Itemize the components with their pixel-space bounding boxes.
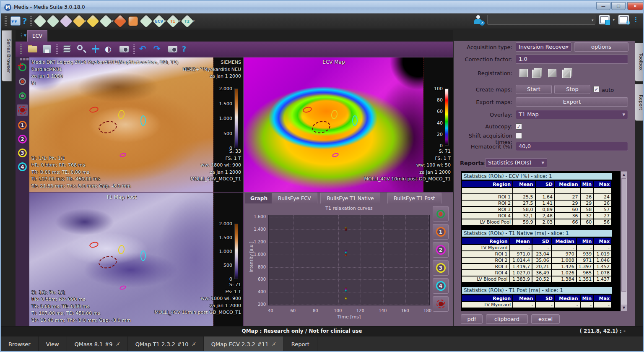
unpin-icon[interactable]: ✗	[191, 342, 196, 347]
graph-tab-bullseye-t1-native[interactable]: BullsEye T1 Native	[320, 193, 380, 203]
toolbox-tab[interactable]: Toolbox	[635, 43, 644, 81]
tab-row-handle-icon[interactable]: ⋮▾	[19, 32, 26, 38]
roi1-contour[interactable]	[302, 106, 313, 113]
roi1-contour[interactable]	[89, 106, 99, 113]
roi4-contour[interactable]	[140, 250, 146, 261]
qmass-green-icon[interactable]	[33, 14, 47, 28]
user-logout-icon[interactable]: ✕	[473, 15, 484, 25]
roi4-button[interactable]: 4	[433, 278, 449, 294]
blood-pool-contour[interactable]	[311, 120, 332, 135]
roi3-contour[interactable]	[117, 110, 125, 120]
roi3-contour[interactable]	[330, 110, 338, 120]
roi3-contour[interactable]	[117, 245, 125, 255]
open-study-icon[interactable]	[28, 44, 38, 54]
patient-review-icon[interactable]	[46, 14, 60, 28]
viewer-help-icon[interactable]: ?	[182, 44, 192, 54]
scrollbar-thumb[interactable]	[621, 178, 626, 292]
window-level-icon[interactable]: ◐	[105, 44, 115, 54]
help-icon[interactable]: ?	[22, 16, 27, 26]
pdf-button[interactable]: pdf	[461, 314, 483, 324]
view3d-icon[interactable]	[128, 16, 138, 26]
series-browser-tab[interactable]: Series Browser	[2, 30, 12, 81]
bottom-tab-browser[interactable]: Browser	[1, 336, 39, 352]
ecv-app-icon[interactable]: ECV	[152, 14, 166, 28]
shift-times-checkbox[interactable]	[516, 133, 522, 139]
qstrain-flame-icon[interactable]	[113, 14, 127, 28]
roi3-icon[interactable]: 3	[17, 147, 28, 159]
graph-tab-bullseye-ecv[interactable]: BullsEye ECV	[272, 193, 317, 203]
qangio-heart-icon[interactable]	[99, 14, 113, 28]
qmass-yellow-icon[interactable]	[86, 14, 100, 28]
undo-icon[interactable]: ↶	[139, 44, 149, 54]
layout-grid-icon[interactable]	[10, 16, 21, 26]
toolbar-overflow-icon[interactable]: ⋮	[633, 16, 639, 23]
correction-factor-input[interactable]: 1.0	[516, 55, 628, 64]
save-layout-icon[interactable]	[599, 15, 610, 25]
export-snapshot-icon[interactable]	[168, 44, 178, 54]
save-icon[interactable]	[42, 44, 52, 54]
excel-button[interactable]: excel	[531, 314, 560, 324]
roi1-icon[interactable]: 1	[17, 120, 28, 131]
session-combobox[interactable]: ▾	[487, 15, 595, 25]
title-bar[interactable]: M Medis - Medis Suite 3.0.18.0	[1, 1, 643, 13]
roi2-icon[interactable]: 2	[17, 133, 28, 145]
t1-app-icon[interactable]: T1	[166, 14, 180, 28]
stop-button[interactable]: Stop	[554, 85, 590, 94]
bottom-tab-view[interactable]: View	[39, 336, 67, 352]
minimize-button[interactable]: —	[596, 2, 610, 10]
roi4-contour[interactable]	[352, 115, 358, 126]
scroll-up-icon[interactable]: ▲	[621, 172, 627, 178]
hematocrit-input[interactable]: 40,0	[516, 142, 628, 151]
patient-silhouette-icon[interactable]	[139, 14, 153, 28]
registration-stack-icon[interactable]	[532, 68, 542, 78]
overlay-dropdown[interactable]: T1 Map	[516, 110, 628, 119]
chart-plot-area[interactable]	[268, 215, 430, 305]
viewport-t1-native[interactable]: Medis DKT Leipzig 2014 MyokarditiT1(Mapf…	[29, 57, 243, 192]
bottom-tab-qmap-t1-2-3-2-10[interactable]: QMap T1 2.3.2 #10✗	[128, 336, 204, 352]
toolbar-grip[interactable]	[5, 16, 7, 26]
roi2-button[interactable]: 2	[433, 242, 449, 258]
reset-layout-icon[interactable]: ↻	[618, 15, 629, 25]
unpin-icon[interactable]: ✗	[115, 342, 120, 347]
pan-icon[interactable]	[91, 44, 101, 54]
bottom-tab-qmap-ecv-2-3-2-11[interactable]: QMap ECV 2.3.2 #11✗	[204, 336, 284, 352]
report-side-tab[interactable]: Report	[635, 84, 644, 121]
save-layout-caret[interactable]: ▾	[613, 18, 615, 22]
bottom-tab-qmass-8-1-9[interactable]: QMass 8.1 #9✗	[67, 336, 128, 352]
registration-none-icon[interactable]	[519, 68, 529, 78]
roi3-button[interactable]: 3	[433, 260, 449, 276]
graph-tab-graph[interactable]: Graph	[244, 193, 274, 203]
redo-icon[interactable]: ↷	[153, 44, 164, 54]
medication-icon[interactable]	[72, 14, 86, 28]
blood-pool-contour[interactable]	[98, 255, 118, 270]
tables-scrollbar[interactable]: ▲ ▼	[621, 171, 627, 311]
series-layers-icon[interactable]	[62, 44, 72, 54]
viewer-toolbar-grip[interactable]	[20, 44, 22, 54]
export-button[interactable]: Export	[516, 97, 628, 107]
options-button[interactable]: options	[574, 42, 628, 52]
roi4-icon[interactable]: 4	[17, 161, 28, 172]
endo-contour-icon[interactable]	[17, 76, 28, 87]
registration-stack-diagonal-icon[interactable]	[562, 68, 572, 78]
autocopy-checkbox[interactable]: ✓	[516, 123, 522, 130]
roi1-button[interactable]: 1	[433, 224, 449, 240]
viewport-ecv-map[interactable]: ECV Map 100806040200 S: 71FS: 1 Tww: 100…	[244, 57, 453, 192]
graph-tab-bullseye-t1-post[interactable]: BullsEye T1 Post	[387, 193, 441, 203]
auto-checkbox[interactable]: ✓	[593, 86, 600, 92]
zoom-icon[interactable]	[76, 44, 86, 54]
blood-pool-button[interactable]	[433, 296, 449, 312]
bottom-tab-report[interactable]: Report	[284, 336, 317, 352]
acquisition-type-dropdown[interactable]: Inversion Recover	[516, 42, 571, 52]
viewport-t1-post[interactable]: T1 Map Post 2.0001.5001.0005000 S: 71FS:…	[29, 193, 243, 326]
scroll-down-icon[interactable]: ▼	[621, 305, 627, 311]
reports-dropdown[interactable]: Statistics (ROIs)	[485, 158, 547, 167]
blood-pool-contour[interactable]	[98, 120, 118, 135]
blood-pool-roi-icon[interactable]	[17, 104, 28, 116]
annotate-pen-icon[interactable]	[59, 14, 73, 28]
lv-contour-button[interactable]	[433, 206, 449, 222]
roi2-contour[interactable]	[332, 152, 339, 158]
unpin-icon[interactable]: ✗	[271, 342, 276, 347]
snapshot-icon[interactable]	[119, 44, 129, 54]
clipboard-button[interactable]: clipboard	[486, 314, 528, 324]
close-button[interactable]: ✕	[627, 2, 643, 10]
